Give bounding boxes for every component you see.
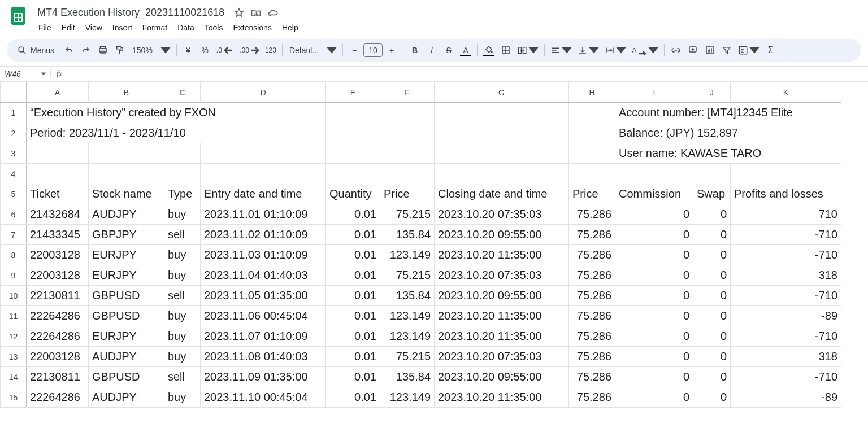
cell-H[interactable]: 75.286 [569,286,615,306]
text-color-button[interactable]: A [458,42,474,58]
cell-I[interactable]: Commission [615,184,693,204]
cell-B[interactable]: AUDJPY [89,204,164,225]
cell-C[interactable]: buy [164,306,201,326]
sheets-logo[interactable] [7,5,29,27]
zoom-select[interactable]: 150% [129,42,156,58]
cell-G[interactable] [435,103,569,123]
undo-button[interactable] [61,42,77,58]
cell-A[interactable]: 21432684 [27,204,89,225]
cell-D[interactable]: 2023.11.02 01:10:09 [201,225,326,245]
cell-D[interactable]: 2023.11.01 01:10:09 [201,204,326,225]
col-header-G[interactable]: G [435,82,569,103]
document-title[interactable]: MT4 Execution History_20231110021618 [34,6,228,20]
cell-G[interactable]: 2023.10.20 09:55:00 [435,367,569,387]
cell-D[interactable]: 2023.11.03 01:10:09 [201,245,326,265]
cell-H[interactable] [569,143,615,164]
cell-I[interactable]: 0 [615,306,693,326]
cloud-status-icon[interactable] [267,7,279,19]
cell-J[interactable]: 0 [693,245,731,265]
cell-J[interactable]: 0 [693,367,731,387]
cell-I[interactable] [615,164,693,184]
cell-A[interactable]: 21433345 [27,225,89,245]
cell-B[interactable]: EURJPY [89,326,164,347]
cell-J[interactable] [693,164,731,184]
row-header-15[interactable]: 15 [1,387,27,408]
cell-H[interactable] [569,164,615,184]
cell-D[interactable]: Entry date and time [201,184,326,204]
cell-J[interactable]: Swap [693,184,731,204]
increase-font-size-button[interactable]: + [384,42,400,58]
name-box[interactable]: W46 [0,69,51,78]
cell-period[interactable]: Period: 2023/11/1 - 2023/11/10 [27,123,326,143]
cell-E[interactable]: 0.01 [326,204,380,225]
increase-decimal-button[interactable]: .00 [237,42,262,58]
cell-E[interactable] [326,103,380,123]
decrease-font-size-button[interactable]: − [346,42,362,58]
cell-K[interactable]: 710 [731,204,841,225]
cell-K[interactable]: -710 [731,245,841,265]
cell-F[interactable] [380,103,435,123]
menu-extensions[interactable]: Extensions [228,21,276,34]
cell-F[interactable]: 75.215 [380,265,435,286]
percent-button[interactable]: % [197,42,213,58]
row-header-10[interactable]: 10 [1,286,27,306]
cell-G[interactable]: 2023.10.20 07:35:03 [435,265,569,286]
bold-button[interactable]: B [407,42,423,58]
zoom-dropdown-icon[interactable] [157,42,173,58]
cell-account[interactable]: Account number: [MT4]12345 Elite [615,103,841,123]
cell-D[interactable] [201,143,326,164]
text-wrap-button[interactable] [602,42,628,58]
insert-chart-button[interactable] [702,42,718,58]
col-header-B[interactable]: B [89,82,164,103]
horizontal-align-button[interactable] [548,42,574,58]
cell-I[interactable]: 0 [615,326,693,347]
cell-D[interactable]: 2023.11.04 01:40:03 [201,265,326,286]
cell-E[interactable]: 0.01 [326,265,380,286]
currency-yen-button[interactable]: ¥ [180,42,196,58]
cell-E[interactable]: 0.01 [326,367,380,387]
cell-D[interactable]: 2023.11.08 01:40:03 [201,347,326,367]
cell-C[interactable]: sell [164,367,201,387]
paint-format-button[interactable] [112,42,128,58]
col-header-D[interactable]: D [201,82,326,103]
cell-G[interactable]: 2023.10.20 09:55:00 [435,225,569,245]
menu-help[interactable]: Help [277,21,303,34]
menu-view[interactable]: View [81,21,107,34]
cell-K[interactable]: -710 [731,367,841,387]
move-icon[interactable] [250,7,262,19]
cell-I[interactable]: 0 [615,387,693,408]
cell-F[interactable]: 123.149 [380,306,435,326]
search-menus-button[interactable]: Menus [11,43,60,58]
cell-H[interactable]: 75.286 [569,387,615,408]
col-header-H[interactable]: H [569,82,615,103]
merge-cells-button[interactable] [515,42,541,58]
cell-C[interactable]: buy [164,326,201,347]
cell-G[interactable]: 2023.10.20 07:35:03 [435,347,569,367]
cell-C[interactable] [164,164,201,184]
row-header-9[interactable]: 9 [1,265,27,286]
cell-J[interactable]: 0 [693,347,731,367]
row-header-11[interactable]: 11 [1,306,27,326]
cell-K[interactable]: 318 [731,347,841,367]
cell-G[interactable] [435,164,569,184]
functions-button[interactable]: Σ [736,42,762,58]
cell-title[interactable]: “Execution History” created by FXON [27,103,326,123]
cell-F[interactable]: 135.84 [380,367,435,387]
cell-A[interactable]: 22003128 [27,347,89,367]
cell-J[interactable]: 0 [693,306,731,326]
cell-G[interactable] [435,143,569,164]
more-formats-button[interactable]: 123 [263,42,279,58]
cell-F[interactable]: Price [380,184,435,204]
star-icon[interactable] [233,7,245,19]
cell-E[interactable]: 0.01 [326,225,380,245]
select-all-corner[interactable] [1,82,27,103]
cell-B[interactable]: EURJPY [89,245,164,265]
cell-J[interactable]: 0 [693,286,731,306]
cell-E[interactable]: 0.01 [326,326,380,347]
row-header-1[interactable]: 1 [1,103,27,123]
strikethrough-button[interactable]: S [441,42,457,58]
cell-G[interactable]: 2023.10.20 07:35:03 [435,204,569,225]
cell-B[interactable]: GBPUSD [89,367,164,387]
cell-B[interactable]: GBPUSD [89,306,164,326]
cell-D[interactable] [201,164,326,184]
